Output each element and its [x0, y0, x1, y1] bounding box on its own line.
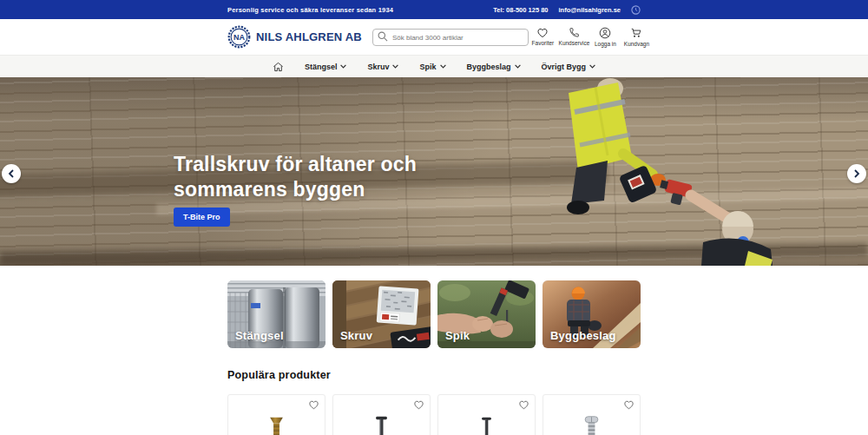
topbar: Personlig service och säkra leveranser s… [0, 0, 868, 19]
favorites-button[interactable]: Favoriter [529, 27, 557, 47]
category-card-skruv[interactable]: Skruv [332, 280, 431, 348]
product-image-black-nail [333, 404, 430, 435]
logo-monogram: NA [233, 33, 245, 42]
product-image-silver-screw [543, 404, 640, 435]
product-card[interactable] [437, 394, 536, 435]
nav-item-label: Stängsel [305, 63, 338, 71]
nav-item-byggbeslag[interactable]: Byggbeslag [467, 63, 521, 71]
hero-title-line2: sommarens byggen [174, 178, 365, 201]
category-cards: Stängsel [227, 280, 641, 348]
opening-hours-button[interactable] [631, 5, 641, 15]
login-label: Logga in [595, 41, 616, 47]
carousel-prev-button[interactable] [2, 164, 21, 183]
email-link[interactable]: info@nilsahlgren.se [559, 6, 621, 14]
chevron-down-icon [589, 64, 595, 69]
search-icon [378, 31, 388, 42]
brand-logo[interactable]: NA NILS AHLGREN AB [227, 25, 362, 49]
nav-item-label: Skruv [367, 63, 389, 71]
header-actions: Favoriter Kundservice Logga in [529, 27, 651, 47]
chevron-down-icon [515, 64, 521, 69]
carousel-next-button[interactable] [847, 164, 866, 183]
hero-title-line1: Trallskruv för altaner och [174, 153, 417, 175]
product-card[interactable] [542, 394, 641, 435]
category-card-spik[interactable]: Spik [437, 280, 536, 348]
popular-products-heading: Populära produkter [227, 369, 641, 381]
category-label: Skruv [340, 329, 372, 342]
nav-item-label: Spik [419, 63, 436, 71]
chevron-down-icon [340, 64, 346, 69]
product-card[interactable] [227, 394, 326, 435]
product-image-black-nail [438, 404, 535, 435]
category-label: Stängsel [235, 329, 284, 342]
search-box [372, 28, 529, 47]
nav-item-spik[interactable]: Spik [419, 63, 445, 71]
product-image-brass-screw [228, 404, 325, 435]
nav-item-stangsel[interactable]: Stängsel [305, 63, 347, 71]
search-input[interactable] [372, 29, 529, 46]
cart-label: Kundvagn [624, 41, 649, 47]
user-icon [599, 27, 611, 39]
category-label: Spik [445, 329, 470, 342]
chevron-left-icon [8, 169, 15, 178]
category-label: Byggbeslag [550, 329, 616, 342]
category-card-stangsel[interactable]: Stängsel [227, 280, 326, 348]
chevron-down-icon [440, 64, 446, 69]
heart-icon [536, 27, 549, 38]
nav-home-button[interactable] [273, 62, 284, 72]
hero-title: Trallskruv för altaner ochsommarens bygg… [174, 152, 417, 202]
chevron-down-icon [392, 64, 398, 69]
phone-link[interactable]: Tel: 08-500 125 80 [493, 6, 548, 14]
hero-banner: Trallskruv för altaner ochsommarens bygg… [0, 77, 868, 266]
hero-cta-button[interactable]: T-Bite Pro [174, 208, 230, 227]
brand-name: NILS AHLGREN AB [256, 30, 362, 43]
favorites-label: Favoriter [532, 40, 555, 46]
main-nav: Stängsel Skruv Spik Byggbeslag Övrigt By… [0, 55, 868, 77]
login-button[interactable]: Logga in [591, 27, 620, 47]
product-cards [227, 394, 641, 435]
nav-item-skruv[interactable]: Skruv [367, 63, 398, 71]
cart-icon [630, 27, 642, 39]
customer-service-button[interactable]: Kundservice [560, 27, 589, 47]
product-card[interactable] [332, 394, 431, 435]
phone-icon [569, 27, 580, 38]
category-card-byggbeslag[interactable]: Byggbeslag [542, 280, 641, 348]
nav-item-ovrigt-bygg[interactable]: Övrigt Bygg [542, 63, 596, 71]
hero-workers-photo [521, 77, 868, 266]
cart-button[interactable]: Kundvagn [622, 27, 651, 47]
chevron-right-icon [853, 169, 860, 178]
customer-service-label: Kundservice [559, 40, 590, 46]
nav-item-label: Byggbeslag [467, 63, 511, 71]
clock-icon [631, 5, 641, 15]
nav-item-label: Övrigt Bygg [542, 63, 587, 71]
main-header: NA NILS AHLGREN AB Favoriter Ku [0, 19, 868, 55]
topbar-tagline: Personlig service och säkra leveranser s… [227, 6, 393, 14]
home-icon [273, 62, 284, 72]
logo-badge-icon: NA [227, 25, 251, 49]
